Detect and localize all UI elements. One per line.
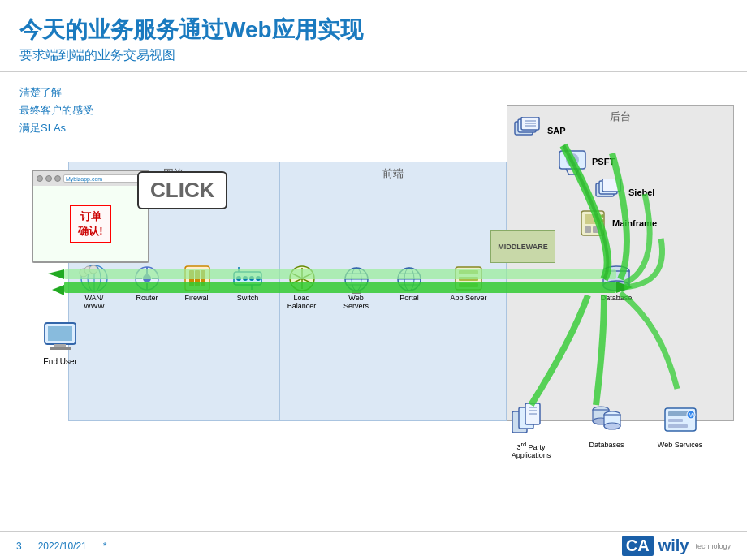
router-icon [130, 263, 164, 294]
mainframe-icon [578, 209, 607, 237]
diagram-area: 网络 前端 后台 MIDDLEWARE Mybizapp.com 订单 确认 [19, 105, 734, 494]
svg-point-25 [249, 276, 254, 281]
component-wan: WAN/ WWW [70, 263, 119, 310]
svg-point-83 [604, 423, 620, 429]
browser-addressbar: Mybizapp.com [63, 174, 145, 183]
svg-marker-3 [48, 269, 64, 279]
web-services: W Web Services [650, 403, 710, 459]
backend-mainframe: Mainframe [578, 209, 657, 237]
svg-rect-43 [459, 277, 478, 281]
third-party: 3rd Party Applications [499, 403, 563, 459]
bullets-section: 清楚了解 最终客户的感受 满足SLAs [19, 84, 93, 137]
svg-rect-86 [668, 419, 683, 422]
browser-toolbar: Mybizapp.com [33, 171, 148, 186]
svg-rect-69 [593, 226, 599, 233]
page-subtitle: 要求端到端的业务交易视图 [19, 47, 728, 64]
web-services-label: Web Services [658, 441, 702, 449]
svg-rect-42 [459, 270, 478, 274]
wily-logo: wily [658, 536, 689, 555]
end-user-label: End User [43, 357, 77, 366]
bullet-1: 清楚了解 [19, 84, 93, 101]
component-switch: Switch [224, 263, 271, 302]
database-label: Database [601, 294, 633, 302]
component-firewall: Firewall [174, 263, 221, 302]
firewall-label: Firewall [184, 294, 209, 302]
technology-label: technology [695, 542, 731, 550]
svg-point-70 [601, 214, 604, 218]
database-icon [598, 263, 634, 294]
third-party-icon [511, 403, 551, 439]
sap-label: SAP [547, 126, 566, 136]
svg-rect-19 [189, 270, 194, 286]
bullet-3: 满足SLAs [19, 119, 93, 137]
databases-icon [588, 403, 625, 439]
backend-psft: PSFT [558, 148, 657, 175]
svg-line-61 [576, 169, 579, 175]
databases-bottom: Databases [578, 403, 635, 459]
svg-point-13 [143, 274, 151, 282]
svg-point-59 [566, 153, 579, 166]
svg-point-47 [603, 281, 629, 291]
bullet-2: 最终客户的感受 [19, 101, 93, 119]
loadbalancer-icon [284, 263, 320, 294]
backend-sap: SAP [513, 117, 657, 144]
mainframe-label: Mainframe [612, 218, 657, 228]
portal-icon [391, 263, 427, 294]
browser-btn-1 [37, 175, 43, 182]
web-services-icon: W [662, 403, 699, 439]
footer: 3 2022/10/21 * CA wily technology [0, 531, 747, 560]
svg-rect-68 [585, 226, 591, 233]
psft-label: PSFT [592, 157, 615, 166]
footer-asterisk: * [103, 541, 107, 552]
order-box: 订单 确认! [70, 205, 110, 243]
footer-logo: CA wily technology [622, 536, 731, 556]
component-webservers: Web Servers [330, 263, 382, 310]
svg-point-71 [601, 219, 604, 222]
browser-btn-3 [54, 175, 61, 182]
browser-window: Mybizapp.com 订单 确认! [32, 170, 149, 263]
end-user: End User [32, 320, 89, 366]
webservers-label: Web Servers [343, 294, 369, 310]
component-router: Router [123, 263, 171, 302]
svg-point-11 [89, 265, 97, 274]
svg-point-23 [236, 276, 241, 281]
end-user-icon [41, 320, 79, 355]
svg-point-26 [256, 276, 261, 281]
svg-rect-67 [585, 214, 601, 224]
component-loadbalancer: Load Balancer [275, 263, 328, 310]
svg-rect-51 [50, 347, 71, 350]
svg-rect-20 [195, 270, 200, 286]
psft-icon [558, 148, 587, 175]
router-label: Router [136, 294, 158, 302]
webservers-icon [339, 263, 374, 294]
svg-rect-49 [48, 326, 72, 341]
svg-rect-65 [602, 179, 620, 192]
databases-bottom-label: Databases [589, 441, 624, 449]
backend-siebel: Siebel [594, 179, 657, 206]
sap-icon [513, 117, 542, 144]
wan-icon [77, 263, 111, 294]
page-title: 今天的业务服务通过Web应用实现 [19, 15, 728, 45]
loadbalancer-label: Load Balancer [287, 294, 317, 310]
backend-items: SAP PSFT Siebel [513, 117, 657, 237]
middleware-label: MIDDLEWARE [490, 230, 555, 263]
component-database: Database [588, 263, 645, 302]
ca-logo: CA [622, 536, 654, 556]
header: 今天的业务服务通过Web应用实现 要求端到端的业务交易视图 [0, 0, 747, 72]
bottom-backend: 3rd Party Applications Databases [499, 403, 710, 459]
browser-btn-2 [45, 175, 52, 182]
page-number: 3 [16, 541, 22, 552]
browser-content: 订单 确认! [33, 186, 148, 261]
appserver-label: App Server [450, 294, 486, 302]
portal-label: Portal [399, 294, 419, 302]
svg-rect-21 [201, 270, 205, 286]
switch-label: Switch [237, 294, 259, 302]
svg-rect-87 [668, 424, 688, 428]
wan-label: WAN/ WWW [84, 294, 104, 310]
third-party-label: 3rd Party Applications [512, 441, 551, 459]
frontend-label: 前端 [382, 166, 404, 181]
footer-date: 2022/10/21 [38, 541, 87, 552]
footer-info: 3 2022/10/21 * [16, 541, 106, 552]
component-appserver: App Server [440, 263, 497, 302]
siebel-label: Siebel [628, 187, 654, 197]
